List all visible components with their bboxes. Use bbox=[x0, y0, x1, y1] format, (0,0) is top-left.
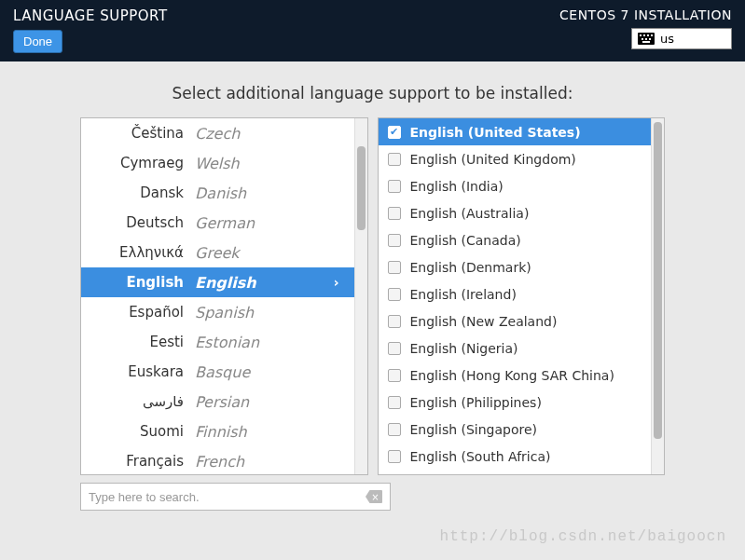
locale-checkbox[interactable] bbox=[388, 234, 401, 247]
locale-label: English (Australia) bbox=[410, 206, 530, 221]
language-native-name: Français bbox=[81, 453, 195, 470]
scrollbar-thumb[interactable] bbox=[654, 122, 662, 439]
locale-label: English (Canada) bbox=[410, 233, 521, 248]
language-row[interactable]: ΕλληνικάGreek bbox=[81, 238, 354, 267]
locale-checkbox[interactable] bbox=[388, 423, 401, 436]
locale-row[interactable]: English (Nigeria) bbox=[379, 335, 652, 362]
page-title: LANGUAGE SUPPORT bbox=[13, 7, 168, 24]
language-native-name: Español bbox=[81, 304, 195, 321]
locale-row[interactable]: English (Ireland) bbox=[379, 280, 652, 307]
language-row[interactable]: EuskaraBasque bbox=[81, 357, 354, 387]
watermark-text: http://blog.csdn.net/baigoocn bbox=[440, 528, 726, 545]
language-row[interactable]: EspañolSpanish bbox=[81, 297, 354, 327]
language-english-name: English bbox=[195, 274, 334, 292]
language-row[interactable]: DanskDanish bbox=[81, 178, 354, 208]
language-row[interactable]: فارسیPersian bbox=[81, 387, 354, 417]
language-english-name: Greek bbox=[195, 244, 347, 262]
locale-list: ✔English (United States)English (United … bbox=[379, 118, 652, 474]
locale-checkbox[interactable] bbox=[388, 342, 401, 355]
language-row[interactable]: ČeštinaCzech bbox=[81, 118, 354, 148]
locale-checkbox[interactable] bbox=[388, 288, 401, 301]
language-english-name: French bbox=[195, 453, 347, 471]
language-row[interactable]: FrançaisFrench bbox=[81, 446, 354, 474]
locale-row[interactable]: English (South Africa) bbox=[379, 443, 652, 470]
language-native-name: Čeština bbox=[81, 125, 195, 142]
locale-scrollbar[interactable] bbox=[651, 118, 664, 474]
language-row[interactable]: CymraegWelsh bbox=[81, 148, 354, 178]
locale-checkbox[interactable] bbox=[388, 450, 401, 463]
language-native-name: Eesti bbox=[81, 334, 195, 350]
language-native-name: Ελληνικά bbox=[81, 244, 195, 261]
language-native-name: Euskara bbox=[81, 363, 195, 380]
locale-row[interactable]: English (New Zealand) bbox=[379, 307, 652, 335]
locale-checkbox[interactable] bbox=[388, 396, 401, 409]
language-native-name: Deutsch bbox=[81, 214, 195, 231]
locale-row[interactable]: English (Denmark) bbox=[379, 253, 652, 280]
language-panel: ČeštinaCzechCymraegWelshDanskDanishDeuts… bbox=[80, 117, 368, 475]
locale-panel: ✔English (United States)English (United … bbox=[378, 117, 666, 475]
header-left: LANGUAGE SUPPORT Done bbox=[13, 7, 168, 54]
language-native-name: English bbox=[81, 274, 195, 291]
locale-row[interactable]: English (Australia) bbox=[379, 199, 652, 226]
locale-label: English (Nigeria) bbox=[410, 341, 518, 356]
language-english-name: Czech bbox=[195, 125, 347, 143]
locale-row[interactable]: English (Hong Kong SAR China) bbox=[379, 362, 652, 389]
main-content: ČeštinaCzechCymraegWelshDanskDanishDeuts… bbox=[0, 117, 745, 475]
locale-row[interactable]: English (Philippines) bbox=[379, 389, 652, 416]
language-english-name: Finnish bbox=[195, 423, 347, 441]
locale-label: English (India) bbox=[410, 179, 504, 194]
keyboard-layout-label: us bbox=[660, 32, 674, 46]
language-english-name: Welsh bbox=[195, 155, 347, 172]
installer-title: CENTOS 7 INSTALLATION bbox=[559, 7, 732, 22]
done-button[interactable]: Done bbox=[13, 30, 62, 53]
locale-row[interactable]: English (Singapore) bbox=[379, 416, 652, 443]
locale-row[interactable]: English (India) bbox=[379, 172, 652, 199]
locale-checkbox[interactable] bbox=[388, 153, 401, 166]
search-box[interactable]: × bbox=[80, 483, 391, 511]
header-bar: LANGUAGE SUPPORT Done CENTOS 7 INSTALLAT… bbox=[0, 0, 745, 61]
language-english-name: Persian bbox=[195, 393, 347, 411]
locale-row[interactable]: English (United Kingdom) bbox=[379, 145, 652, 172]
chevron-right-icon: › bbox=[334, 275, 347, 290]
language-row[interactable]: EestiEstonian bbox=[81, 327, 354, 357]
language-english-name: Basque bbox=[195, 363, 347, 381]
clear-search-icon[interactable]: × bbox=[366, 490, 382, 503]
language-native-name: Dansk bbox=[81, 184, 195, 201]
locale-checkbox[interactable]: ✔ bbox=[388, 126, 401, 139]
language-native-name: فارسی bbox=[81, 393, 195, 410]
locale-checkbox[interactable] bbox=[388, 315, 401, 328]
locale-label: English (Philippines) bbox=[410, 395, 542, 410]
locale-label: English (Hong Kong SAR China) bbox=[410, 368, 614, 383]
locale-label: English (New Zealand) bbox=[410, 314, 558, 329]
locale-label: English (United States) bbox=[410, 125, 581, 140]
language-english-name: Estonian bbox=[195, 334, 347, 351]
keyboard-indicator[interactable]: us bbox=[631, 28, 732, 49]
keyboard-icon bbox=[638, 33, 655, 45]
locale-label: English (Denmark) bbox=[410, 260, 531, 275]
language-row[interactable]: SuomiFinnish bbox=[81, 417, 354, 446]
locale-label: English (South Africa) bbox=[410, 449, 551, 464]
language-english-name: German bbox=[195, 214, 347, 232]
locale-checkbox[interactable] bbox=[388, 207, 401, 220]
language-english-name: Danish bbox=[195, 184, 347, 202]
locale-row[interactable]: English (Canada) bbox=[379, 226, 652, 253]
language-scrollbar[interactable] bbox=[354, 118, 367, 474]
search-row: × bbox=[80, 483, 391, 511]
language-row[interactable]: DeutschGerman bbox=[81, 208, 354, 238]
scrollbar-thumb[interactable] bbox=[357, 146, 366, 230]
locale-label: English (Ireland) bbox=[410, 287, 517, 302]
locale-checkbox[interactable] bbox=[388, 180, 401, 193]
locale-checkbox[interactable] bbox=[388, 261, 401, 274]
search-input[interactable] bbox=[89, 490, 366, 504]
language-row[interactable]: EnglishEnglish› bbox=[81, 267, 354, 297]
language-english-name: Spanish bbox=[195, 304, 347, 321]
language-native-name: Suomi bbox=[81, 423, 195, 440]
instruction-text: Select additional language support to be… bbox=[0, 84, 745, 102]
locale-label: English (Singapore) bbox=[410, 422, 538, 437]
locale-row[interactable]: ✔English (United States) bbox=[379, 118, 652, 145]
language-list: ČeštinaCzechCymraegWelshDanskDanishDeuts… bbox=[81, 118, 354, 474]
header-right: CENTOS 7 INSTALLATION us bbox=[559, 7, 732, 54]
locale-checkbox[interactable] bbox=[388, 369, 401, 382]
locale-label: English (United Kingdom) bbox=[410, 152, 576, 167]
language-native-name: Cymraeg bbox=[81, 155, 195, 171]
